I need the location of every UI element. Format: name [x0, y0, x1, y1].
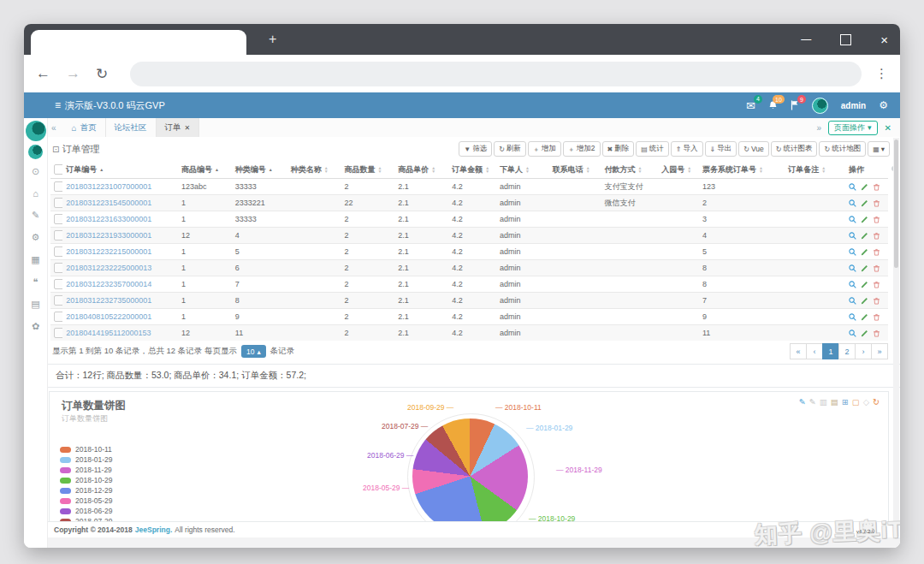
column-header-票务系统订单号[interactable]: 票务系统订单号▲▼	[699, 161, 785, 179]
view-icon[interactable]	[849, 248, 856, 256]
page-button-2[interactable]: 2	[838, 343, 856, 359]
view-icon[interactable]	[849, 329, 856, 337]
delete-icon[interactable]	[873, 297, 880, 305]
browser-tab[interactable]	[31, 30, 246, 55]
delete-icon[interactable]	[873, 281, 880, 288]
删除-button[interactable]: ✖删除	[602, 141, 635, 157]
delete-icon[interactable]	[873, 329, 880, 337]
mail-icon[interactable]: ✉ 4	[746, 100, 755, 111]
legend-item[interactable]: 2018-06-29	[60, 508, 112, 514]
导入-button[interactable]: ⇑导入	[671, 141, 703, 157]
column-header-订单金额[interactable]: 订单金额▲▼	[448, 161, 496, 179]
column-header-种类编号[interactable]: 种类编号▲	[232, 161, 287, 179]
page-size-select[interactable]: 10▴	[241, 345, 266, 358]
flag-icon[interactable]: 9	[791, 100, 799, 110]
delete-icon[interactable]	[873, 183, 880, 191]
home-icon[interactable]: ⌂	[24, 188, 47, 199]
power-icon[interactable]: ⊙	[24, 166, 47, 177]
edit-icon[interactable]: ✎	[24, 210, 47, 221]
bell-icon[interactable]: 10	[768, 100, 778, 110]
row-checkbox[interactable]	[54, 246, 62, 257]
legend-item[interactable]: 2018-10-11	[60, 447, 112, 453]
order-number-link[interactable]: 20180312232357000014	[66, 280, 151, 288]
brand-link[interactable]: JeeSpring.	[135, 525, 172, 534]
columns-button[interactable]: ▦▾	[868, 141, 890, 157]
legend-item[interactable]: 2018-05-29	[60, 498, 112, 504]
grid-icon[interactable]: ▦	[24, 254, 47, 265]
row-checkbox[interactable]	[54, 230, 62, 240]
edit-icon[interactable]	[861, 232, 868, 240]
forward-icon[interactable]: →	[66, 65, 80, 82]
column-header-订单编号[interactable]: 订单编号▲	[62, 161, 178, 179]
close-icon[interactable]: ×	[880, 33, 888, 47]
统计-button[interactable]: ▤统计	[636, 141, 669, 157]
scroll-tabs-right-icon[interactable]: »	[817, 123, 822, 133]
order-number-link[interactable]: 20180312231545000001	[66, 199, 151, 207]
flower-icon[interactable]: ✿	[24, 321, 47, 332]
刷新-button[interactable]: ↻刷新	[494, 141, 526, 157]
back-icon[interactable]: ←	[36, 65, 50, 82]
column-header-下单人[interactable]: 下单人▲▼	[496, 161, 549, 179]
edit-gray-icon[interactable]: ✎	[809, 397, 816, 407]
row-checkbox[interactable]	[54, 263, 62, 273]
page-button-»[interactable]: »	[871, 343, 888, 359]
order-number-link[interactable]: 20180408105222000001	[66, 312, 151, 321]
sidebar-logo[interactable]	[28, 145, 43, 159]
Vue-button[interactable]: ↻Vue	[738, 141, 769, 157]
view-icon[interactable]	[849, 297, 856, 305]
workspace-tab-首页[interactable]: ⌂首页	[63, 118, 106, 137]
page-button-«[interactable]: «	[790, 343, 807, 359]
legend-item[interactable]: 2018-10-29	[60, 478, 112, 484]
page-button-‹[interactable]: ‹	[806, 343, 823, 359]
minimize-icon[interactable]: —	[801, 33, 811, 45]
avatar[interactable]	[812, 98, 828, 114]
settings-gear-icon[interactable]: ⚙	[879, 99, 888, 111]
column-header-付款方式[interactable]: 付款方式▲▼	[601, 161, 658, 179]
close-all-tabs-icon[interactable]: ✕	[885, 123, 891, 133]
row-checkbox[interactable]	[54, 198, 62, 208]
统计地图-button[interactable]: ↻统计地图	[819, 141, 866, 157]
column-header-商品数量[interactable]: 商品数量▲▼	[341, 161, 394, 179]
browser-menu-icon[interactable]: ⋮	[875, 66, 888, 81]
edit-icon[interactable]	[861, 329, 868, 337]
view-icon[interactable]	[849, 216, 856, 223]
view-icon[interactable]	[849, 232, 856, 240]
legend-item[interactable]: 2018-12-29	[60, 488, 112, 494]
view-icon[interactable]	[849, 199, 856, 207]
edit-blue-icon[interactable]: ✎	[799, 397, 806, 407]
select-all-checkbox[interactable]	[54, 164, 62, 175]
row-checkbox[interactable]	[54, 181, 62, 192]
column-header-商品单价[interactable]: 商品单价▲▼	[394, 161, 448, 179]
column-header-联系电话[interactable]: 联系电话▲▼	[549, 161, 601, 179]
order-number-link[interactable]: 20180312231933000001	[66, 231, 151, 240]
delete-icon[interactable]	[873, 248, 880, 256]
row-checkbox[interactable]	[54, 295, 62, 306]
trash-icon[interactable]: ▥	[820, 397, 827, 407]
edit-icon[interactable]	[861, 313, 868, 321]
筛选-button[interactable]: ▼筛选	[459, 141, 492, 157]
zoom-box-icon[interactable]: ▢	[852, 397, 860, 407]
tab-close-icon[interactable]: ✕	[185, 124, 191, 132]
delete-icon[interactable]	[873, 216, 880, 223]
增加2-button[interactable]: ＋增加2	[563, 141, 601, 157]
page-operations-button[interactable]: 页面操作▾	[828, 121, 878, 135]
vertical-scrollbar[interactable]	[893, 138, 899, 537]
导出-button[interactable]: ⇓导出	[705, 141, 737, 157]
data-view-icon[interactable]: ▤	[831, 397, 838, 407]
order-number-link[interactable]: 20180312232735000001	[66, 296, 151, 305]
view-icon[interactable]	[849, 183, 856, 191]
row-checkbox[interactable]	[54, 279, 62, 289]
delete-icon[interactable]	[873, 199, 880, 207]
edit-icon[interactable]	[861, 248, 868, 256]
comment-icon[interactable]: ❝	[24, 276, 47, 288]
edit-icon[interactable]	[861, 199, 868, 207]
restore-icon[interactable]: ↻	[873, 397, 880, 407]
增加-button[interactable]: ＋增加	[528, 141, 561, 157]
column-header-种类名称[interactable]: 种类名称▲▼	[287, 161, 341, 179]
order-number-link[interactable]: 20180312231633000001	[66, 215, 151, 223]
delete-icon[interactable]	[873, 232, 880, 240]
menu-toggle-icon[interactable]: ≡	[55, 99, 61, 111]
column-header-入园号[interactable]: 入园号▲▼	[658, 161, 699, 179]
reload-icon[interactable]: ↻	[96, 65, 108, 83]
save-icon[interactable]: ⊞	[842, 397, 849, 407]
